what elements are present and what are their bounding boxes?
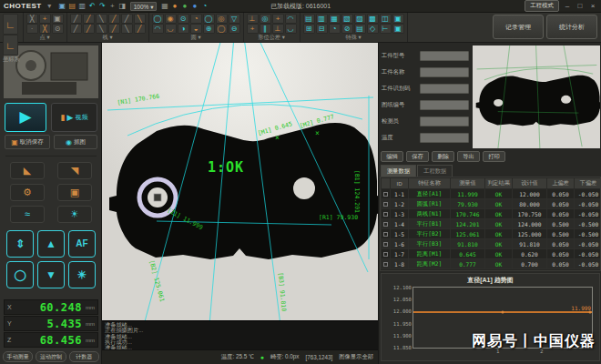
ribbon-tool-icon[interactable]: ╱ [121, 14, 133, 24]
sidebar-bottom-button[interactable]: 运动控制 [36, 351, 66, 362]
row-checkbox[interactable] [383, 212, 388, 217]
table-header-cell[interactable]: ID [391, 178, 409, 189]
table-header-cell[interactable]: 上偏差 [547, 178, 575, 189]
ribbon-tool-icon[interactable]: ∟ [3, 14, 18, 35]
zoom-select[interactable]: 100% ▾ [130, 2, 158, 11]
sidebar-bottom-button[interactable]: 计数器 [69, 351, 99, 362]
row-checkbox-cell[interactable] [382, 229, 391, 239]
measurement-table[interactable]: ID特征名称测量值判定结果设计值上偏差下偏差1-1直径[A1]11.999OK1… [380, 177, 601, 271]
ribbon-tool-icon[interactable]: + [272, 14, 284, 24]
row-checkbox[interactable] [383, 202, 388, 207]
toolbar-icon[interactable]: ▣ [57, 2, 67, 11]
minimize-button[interactable]: – [563, 2, 572, 10]
ribbon-tool-icon[interactable]: ◯ [152, 14, 164, 24]
ribbon-tool-icon[interactable]: ◡ [285, 24, 297, 34]
toolbar-icon[interactable]: ↷ [97, 2, 107, 11]
ribbon-tool-icon[interactable]: ◇ [367, 24, 379, 34]
ribbon-tool-icon[interactable]: ▽ [229, 14, 240, 24]
toolbar-icon[interactable]: ▥ [77, 2, 87, 11]
form-input[interactable] [420, 116, 469, 126]
ribbon-tool-icon[interactable]: ⊥ [272, 24, 284, 34]
table-header-cell[interactable]: 特征名称 [409, 178, 451, 189]
ribbon-tool-icon[interactable]: ╲ [134, 14, 146, 24]
fixture-tool-button[interactable]: ▣ [57, 184, 92, 201]
ribbon-tool-icon[interactable]: · [26, 24, 38, 34]
row-checkbox-cell[interactable] [382, 209, 391, 219]
ribbon-tool-icon[interactable]: ⊕ [203, 24, 215, 34]
ribbon-tool-icon[interactable]: ⊞ [303, 24, 315, 34]
log-output[interactable]: 准备就绪...正在拍摄图片...准备就绪...执行成功...准备就绪... [102, 320, 378, 349]
ribbon-tool-icon[interactable]: ▩ [367, 14, 379, 24]
ribbon-tool-icon[interactable]: ◎ [216, 14, 228, 24]
table-row[interactable]: 1-5平行[B2]125.061OK125.0000.500-0.500 [382, 229, 601, 239]
table-row[interactable]: 1-1直径[A1]11.999OK12.0000.050-0.050 [382, 189, 601, 199]
record-button[interactable]: 打印 [483, 151, 505, 162]
ribbon-tool-icon[interactable]: ▣ [52, 14, 64, 24]
table-row[interactable]: 1-4平行[B1]124.201OK124.0000.500-0.500 [382, 219, 601, 229]
table-row[interactable]: 1-6平行[B3]91.810OK91.8100.050-0.050 [382, 239, 601, 249]
row-checkbox-cell[interactable] [382, 259, 391, 269]
fixture-tool-button[interactable]: ◥ [57, 162, 92, 179]
ribbon-tool-icon[interactable]: ╱ [108, 24, 120, 34]
ribbon-tool-icon[interactable]: ◯ [203, 14, 215, 24]
ribbon-tool-icon[interactable]: ⊙ [52, 24, 64, 34]
record-button[interactable]: 导出 [457, 151, 480, 162]
ribbon-tool-icon[interactable]: ╳ [26, 14, 38, 24]
engineering-mode-button[interactable]: 工程模式 [525, 0, 559, 12]
overview-image[interactable] [473, 46, 600, 148]
ribbon-tool-icon[interactable]: ╱ [83, 14, 95, 24]
ribbon-tool-icon[interactable]: ∥ [260, 24, 271, 34]
fixture-tool-button[interactable]: ≈ [10, 206, 45, 223]
snapshot-button[interactable]: ◉ 抓图 [54, 135, 97, 149]
row-checkbox-cell[interactable] [382, 199, 391, 209]
jog-button[interactable]: ☀ [68, 261, 96, 288]
ribbon-tool-icon[interactable]: ╱ [83, 24, 95, 34]
ribbon-tool-icon[interactable]: ╱ [108, 14, 120, 24]
ribbon-big-button[interactable]: 统计分析 [546, 15, 597, 39]
record-button[interactable]: 保存 [406, 151, 429, 162]
ribbon-tool-icon[interactable]: + [39, 14, 51, 24]
row-checkbox-cell[interactable] [382, 189, 391, 199]
ribbon-tool-icon[interactable]: ▤ [303, 14, 315, 24]
ribbon-tool-icon[interactable]: ◔ [190, 14, 202, 24]
maximize-button[interactable]: □ [576, 2, 585, 10]
table-row[interactable]: 1-2圆弧[R1]79.930OK80.0000.050-0.050 [382, 199, 601, 209]
ribbon-tool-icon[interactable]: ⊙ [178, 14, 189, 24]
ribbon-tool-icon[interactable]: ⊟ [316, 24, 328, 34]
row-checkbox-cell[interactable] [382, 219, 391, 229]
ribbon-tool-icon[interactable]: ▣ [392, 14, 404, 24]
ribbon-tool-icon[interactable]: ╱ [134, 24, 146, 34]
fixture-tool-button[interactable]: ◣ [10, 162, 45, 179]
table-header-cell[interactable] [382, 178, 391, 189]
sidebar-bottom-button[interactable]: 手动测量 [3, 351, 33, 362]
fixture-tool-button[interactable]: ⚙ [10, 184, 45, 201]
ribbon-tool-icon[interactable]: ⊘ [341, 24, 353, 34]
ribbon-tool-icon[interactable]: ◒ [190, 24, 202, 34]
toolbar-icon[interactable]: ● [189, 2, 199, 11]
table-row[interactable]: 1-8距离[M2]0.777OK0.7000.050-0.050 [382, 259, 601, 269]
data-tab[interactable]: 工程数据 [417, 165, 453, 177]
ribbon-tool-icon[interactable]: ╳ [39, 24, 51, 34]
form-input[interactable] [420, 133, 469, 143]
ribbon-tool-icon[interactable]: ╱ [70, 14, 82, 24]
ribbon-tool-icon[interactable]: ◎ [260, 14, 271, 24]
ribbon-tool-icon[interactable]: ╲ [96, 24, 107, 34]
table-header-cell[interactable]: 判定结果 [485, 178, 513, 189]
table-header-cell[interactable]: 设计值 [513, 178, 547, 189]
toolbar-icon[interactable]: ◔ [199, 2, 209, 11]
row-checkbox[interactable] [383, 232, 388, 237]
ribbon-tool-icon[interactable]: ⊖ [229, 24, 240, 34]
form-input[interactable] [420, 51, 469, 61]
ribbon-tool-icon[interactable]: ◯ [216, 24, 228, 34]
table-row[interactable]: 1-7距离[M1]0.645OK0.6200.050-0.050 [382, 249, 601, 259]
toolbar-icon[interactable]: ◨ [117, 2, 127, 11]
ribbon-tool-icon[interactable]: ◑ [178, 24, 189, 34]
record-button[interactable]: 编辑 [381, 151, 403, 162]
cancel-save-button[interactable]: ▣ 取消保存 [5, 135, 50, 149]
form-input[interactable] [420, 100, 469, 110]
row-checkbox[interactable] [383, 192, 388, 197]
ribbon-tool-icon[interactable]: ▨ [354, 14, 366, 24]
ribbon-tool-icon[interactable]: ▧ [341, 14, 353, 24]
ribbon-tool-icon[interactable]: ⊥ [247, 14, 259, 24]
app-menu-arrow-icon[interactable]: ▾ [45, 2, 55, 11]
